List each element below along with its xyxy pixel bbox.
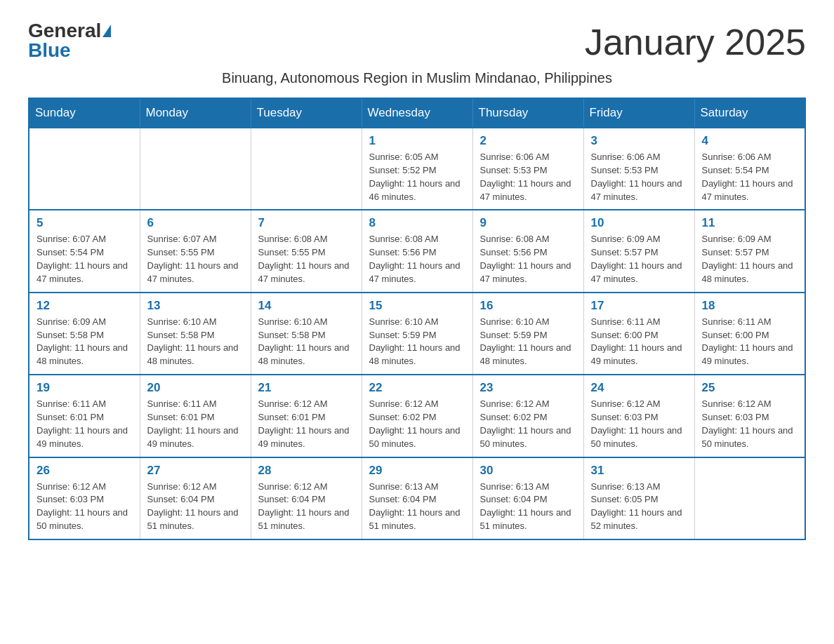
calendar-day-cell: 1Sunrise: 6:05 AM Sunset: 5:52 PM Daylig… — [362, 128, 472, 210]
day-info: Sunrise: 6:08 AM Sunset: 5:56 PM Dayligh… — [369, 233, 465, 286]
calendar-day-cell: 21Sunrise: 6:12 AM Sunset: 6:01 PM Dayli… — [251, 375, 362, 457]
day-info: Sunrise: 6:08 AM Sunset: 5:55 PM Dayligh… — [258, 233, 355, 286]
day-of-week-header: Saturday — [694, 98, 805, 128]
calendar-day-cell: 24Sunrise: 6:12 AM Sunset: 6:03 PM Dayli… — [583, 375, 694, 457]
calendar-week-row: 26Sunrise: 6:12 AM Sunset: 6:03 PM Dayli… — [29, 457, 805, 539]
day-info: Sunrise: 6:11 AM Sunset: 6:01 PM Dayligh… — [147, 398, 244, 450]
day-info: Sunrise: 6:07 AM Sunset: 5:55 PM Dayligh… — [147, 233, 244, 286]
calendar-day-cell: 20Sunrise: 6:11 AM Sunset: 6:01 PM Dayli… — [140, 375, 251, 457]
day-info: Sunrise: 6:06 AM Sunset: 5:53 PM Dayligh… — [480, 151, 576, 203]
day-number: 5 — [37, 216, 133, 230]
day-info: Sunrise: 6:12 AM Sunset: 6:02 PM Dayligh… — [369, 398, 465, 450]
day-of-week-header: Friday — [583, 98, 694, 128]
day-number: 12 — [37, 299, 133, 313]
day-info: Sunrise: 6:09 AM Sunset: 5:58 PM Dayligh… — [37, 316, 133, 368]
day-number: 19 — [37, 381, 133, 395]
calendar-day-cell: 2Sunrise: 6:06 AM Sunset: 5:53 PM Daylig… — [472, 128, 583, 210]
subtitle: Binuang, Autonomous Region in Muslim Min… — [28, 70, 806, 86]
calendar-week-row: 12Sunrise: 6:09 AM Sunset: 5:58 PM Dayli… — [29, 293, 805, 375]
calendar-day-cell: 5Sunrise: 6:07 AM Sunset: 5:54 PM Daylig… — [29, 210, 140, 292]
calendar-day-cell: 6Sunrise: 6:07 AM Sunset: 5:55 PM Daylig… — [140, 210, 251, 292]
calendar-day-cell: 12Sunrise: 6:09 AM Sunset: 5:58 PM Dayli… — [29, 293, 140, 375]
day-info: Sunrise: 6:06 AM Sunset: 5:53 PM Dayligh… — [591, 151, 687, 203]
calendar-day-cell: 10Sunrise: 6:09 AM Sunset: 5:57 PM Dayli… — [583, 210, 694, 292]
day-number: 23 — [480, 381, 576, 395]
day-number: 22 — [369, 381, 465, 395]
day-number: 15 — [369, 299, 465, 313]
day-info: Sunrise: 6:11 AM Sunset: 6:00 PM Dayligh… — [702, 316, 798, 368]
day-number: 4 — [702, 134, 798, 148]
day-info: Sunrise: 6:12 AM Sunset: 6:04 PM Dayligh… — [147, 481, 244, 533]
day-info: Sunrise: 6:11 AM Sunset: 6:00 PM Dayligh… — [591, 316, 687, 368]
calendar-week-row: 1Sunrise: 6:05 AM Sunset: 5:52 PM Daylig… — [29, 128, 805, 210]
calendar-day-cell: 7Sunrise: 6:08 AM Sunset: 5:55 PM Daylig… — [251, 210, 362, 292]
day-of-week-header: Tuesday — [251, 98, 362, 128]
calendar-day-cell: 30Sunrise: 6:13 AM Sunset: 6:04 PM Dayli… — [472, 457, 583, 539]
day-number: 18 — [702, 299, 798, 313]
day-number: 10 — [591, 216, 687, 230]
calendar-day-cell: 27Sunrise: 6:12 AM Sunset: 6:04 PM Dayli… — [140, 457, 251, 539]
day-info: Sunrise: 6:09 AM Sunset: 5:57 PM Dayligh… — [702, 233, 798, 286]
day-info: Sunrise: 6:10 AM Sunset: 5:59 PM Dayligh… — [480, 316, 576, 368]
calendar-day-cell: 11Sunrise: 6:09 AM Sunset: 5:57 PM Dayli… — [694, 210, 805, 292]
calendar-day-cell: 17Sunrise: 6:11 AM Sunset: 6:00 PM Dayli… — [583, 293, 694, 375]
day-number: 17 — [591, 299, 687, 313]
calendar: SundayMondayTuesdayWednesdayThursdayFrid… — [28, 98, 806, 540]
day-of-week-header: Wednesday — [362, 98, 472, 128]
day-number: 20 — [147, 381, 244, 395]
day-info: Sunrise: 6:12 AM Sunset: 6:03 PM Dayligh… — [37, 481, 133, 533]
calendar-day-cell: 8Sunrise: 6:08 AM Sunset: 5:56 PM Daylig… — [362, 210, 472, 292]
calendar-day-cell — [694, 457, 805, 539]
day-info: Sunrise: 6:10 AM Sunset: 5:59 PM Dayligh… — [369, 316, 465, 368]
calendar-day-cell: 25Sunrise: 6:12 AM Sunset: 6:03 PM Dayli… — [694, 375, 805, 457]
day-info: Sunrise: 6:08 AM Sunset: 5:56 PM Dayligh… — [480, 233, 576, 286]
calendar-day-cell: 29Sunrise: 6:13 AM Sunset: 6:04 PM Dayli… — [362, 457, 472, 539]
day-number: 16 — [480, 299, 576, 313]
day-number: 1 — [369, 134, 465, 148]
day-info: Sunrise: 6:07 AM Sunset: 5:54 PM Dayligh… — [37, 233, 133, 286]
day-info: Sunrise: 6:12 AM Sunset: 6:03 PM Dayligh… — [702, 398, 798, 450]
day-info: Sunrise: 6:05 AM Sunset: 5:52 PM Dayligh… — [369, 151, 465, 203]
day-of-week-header: Thursday — [472, 98, 583, 128]
day-number: 21 — [258, 381, 355, 395]
calendar-week-row: 5Sunrise: 6:07 AM Sunset: 5:54 PM Daylig… — [29, 210, 805, 292]
day-number: 24 — [591, 381, 687, 395]
header: General Blue January 2025 — [28, 21, 806, 63]
day-info: Sunrise: 6:09 AM Sunset: 5:57 PM Dayligh… — [591, 233, 687, 286]
day-info: Sunrise: 6:12 AM Sunset: 6:02 PM Dayligh… — [480, 398, 576, 450]
day-info: Sunrise: 6:12 AM Sunset: 6:01 PM Dayligh… — [258, 398, 355, 450]
day-info: Sunrise: 6:13 AM Sunset: 6:04 PM Dayligh… — [480, 481, 576, 533]
calendar-day-cell — [29, 128, 140, 210]
day-number: 6 — [147, 216, 244, 230]
day-of-week-header: Monday — [140, 98, 251, 128]
calendar-day-cell: 22Sunrise: 6:12 AM Sunset: 6:02 PM Dayli… — [362, 375, 472, 457]
day-info: Sunrise: 6:10 AM Sunset: 5:58 PM Dayligh… — [258, 316, 355, 368]
logo-general-text: General — [28, 21, 101, 41]
day-number: 29 — [369, 464, 465, 478]
calendar-day-cell: 18Sunrise: 6:11 AM Sunset: 6:00 PM Dayli… — [694, 293, 805, 375]
day-info: Sunrise: 6:10 AM Sunset: 5:58 PM Dayligh… — [147, 316, 244, 368]
calendar-day-cell: 15Sunrise: 6:10 AM Sunset: 5:59 PM Dayli… — [362, 293, 472, 375]
day-number: 26 — [37, 464, 133, 478]
calendar-day-cell: 26Sunrise: 6:12 AM Sunset: 6:03 PM Dayli… — [29, 457, 140, 539]
day-of-week-header: Sunday — [29, 98, 140, 128]
calendar-day-cell: 16Sunrise: 6:10 AM Sunset: 5:59 PM Dayli… — [472, 293, 583, 375]
day-number: 8 — [369, 216, 465, 230]
calendar-day-cell — [140, 128, 251, 210]
day-number: 27 — [147, 464, 244, 478]
day-info: Sunrise: 6:12 AM Sunset: 6:04 PM Dayligh… — [258, 481, 355, 533]
calendar-day-cell: 28Sunrise: 6:12 AM Sunset: 6:04 PM Dayli… — [251, 457, 362, 539]
day-number: 28 — [258, 464, 355, 478]
day-info: Sunrise: 6:11 AM Sunset: 6:01 PM Dayligh… — [37, 398, 133, 450]
day-number: 13 — [147, 299, 244, 313]
day-number: 9 — [480, 216, 576, 230]
day-number: 25 — [702, 381, 798, 395]
logo-blue-text: Blue — [28, 41, 71, 60]
day-number: 14 — [258, 299, 355, 313]
calendar-header-row: SundayMondayTuesdayWednesdayThursdayFrid… — [29, 98, 805, 128]
day-info: Sunrise: 6:13 AM Sunset: 6:05 PM Dayligh… — [591, 481, 687, 533]
day-number: 7 — [258, 216, 355, 230]
calendar-day-cell: 9Sunrise: 6:08 AM Sunset: 5:56 PM Daylig… — [472, 210, 583, 292]
calendar-day-cell: 4Sunrise: 6:06 AM Sunset: 5:54 PM Daylig… — [694, 128, 805, 210]
month-title: January 2025 — [585, 21, 806, 63]
